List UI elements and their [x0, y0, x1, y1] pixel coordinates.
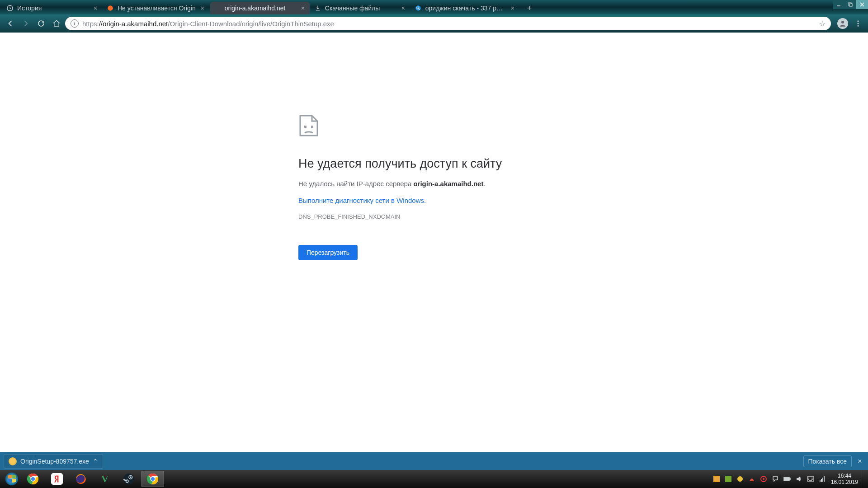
download-file-icon: [9, 457, 17, 465]
svg-point-8: [858, 23, 859, 24]
mailru-search-icon: [415, 5, 422, 12]
tab-downloads[interactable]: Скачанные файлы ×: [311, 2, 410, 14]
new-tab-button[interactable]: +: [523, 3, 536, 14]
close-icon[interactable]: ×: [509, 5, 516, 11]
minimize-button[interactable]: [833, 0, 844, 9]
windows-taskbar: V 16:44 16.01.2019: [0, 470, 868, 488]
taskbar-firefox-icon[interactable]: [70, 471, 92, 487]
tray-app-icon[interactable]: [760, 475, 768, 483]
tray-volume-icon[interactable]: [795, 475, 803, 483]
taskbar-chrome-icon[interactable]: [22, 471, 44, 487]
forward-button[interactable]: [19, 17, 33, 30]
show-all-downloads-button[interactable]: Показать все: [803, 455, 852, 467]
svg-rect-11: [311, 126, 313, 128]
start-button[interactable]: [2, 470, 22, 488]
address-bar[interactable]: i https://origin-a.akamaihd.net/Origin-C…: [65, 17, 831, 30]
system-tray: [712, 475, 827, 483]
blank-page-icon: [214, 5, 221, 12]
tab-history[interactable]: История ×: [3, 2, 102, 14]
diagnose-network-link[interactable]: Выполните диагностику сети в Windows.: [298, 197, 426, 204]
taskbar-gta-icon[interactable]: V: [94, 471, 116, 487]
back-button[interactable]: [4, 17, 17, 30]
tray-battery-icon[interactable]: [783, 475, 791, 483]
svg-rect-25: [725, 476, 731, 482]
error-title: Не удается получить доступ к сайту: [298, 155, 570, 172]
chrome-menu-icon[interactable]: [852, 17, 864, 30]
sad-page-icon: [298, 114, 570, 137]
svg-point-2: [415, 5, 421, 11]
tray-wifi-icon[interactable]: [818, 475, 826, 483]
taskbar-steam-icon[interactable]: [118, 471, 140, 487]
tab-search-origin[interactable]: ориджин скачать - 337 результ... ×: [411, 2, 519, 14]
svg-rect-36: [824, 476, 825, 482]
download-icon: [314, 5, 321, 12]
svg-rect-10: [304, 126, 307, 128]
taskbar-yandex-icon[interactable]: [46, 471, 68, 487]
chevron-up-icon[interactable]: ⌃: [93, 458, 98, 465]
close-icon[interactable]: ×: [300, 5, 306, 11]
svg-rect-35: [822, 478, 823, 482]
profile-avatar-icon[interactable]: [837, 18, 848, 29]
error-code: DNS_PROBE_FINISHED_NXDOMAIN: [298, 213, 570, 220]
tab-label: origin-a.akamaihd.net: [225, 5, 296, 12]
svg-point-9: [858, 25, 859, 27]
pinned-apps: V: [22, 471, 164, 487]
taskbar-clock[interactable]: 16:44 16.01.2019: [827, 473, 862, 486]
svg-point-26: [737, 476, 743, 482]
tab-label: История: [17, 5, 89, 12]
svg-rect-5: [849, 4, 852, 6]
svg-point-19: [130, 477, 131, 478]
svg-rect-34: [821, 479, 822, 482]
reload-page-button[interactable]: Перезагрузить: [298, 245, 358, 260]
svg-point-28: [763, 478, 764, 480]
tray-app-icon[interactable]: [748, 475, 756, 483]
tab-origin-forum[interactable]: Не устанавливается Origin ×: [103, 2, 209, 14]
svg-rect-33: [820, 480, 821, 482]
close-icon[interactable]: ×: [400, 5, 406, 11]
site-info-icon[interactable]: i: [71, 19, 79, 28]
tab-label: Скачанные файлы: [325, 5, 396, 12]
tray-keyboard-icon[interactable]: [807, 475, 815, 483]
close-window-button[interactable]: [856, 0, 868, 9]
reload-button[interactable]: [34, 17, 48, 30]
download-shelf: OriginSetup-809757.exe ⌃ Показать все ×: [0, 452, 868, 470]
show-desktop-button[interactable]: [862, 470, 866, 488]
tray-app-icon[interactable]: [736, 475, 744, 483]
close-shelf-icon[interactable]: ×: [854, 457, 866, 465]
tab-current-error[interactable]: origin-a.akamaihd.net ×: [210, 2, 310, 14]
browser-tabs-strip: История × Не устанавливается Origin × or…: [0, 0, 868, 14]
history-icon: [6, 5, 14, 12]
tray-action-center-icon[interactable]: [771, 475, 779, 483]
toolbar-right: [837, 17, 864, 30]
page-content: Не удается получить доступ к сайту Не уд…: [0, 33, 868, 452]
browser-toolbar: i https://origin-a.akamaihd.net/Origin-C…: [0, 14, 868, 33]
download-filename: OriginSetup-809757.exe: [20, 458, 89, 465]
svg-rect-30: [789, 478, 790, 480]
svg-rect-24: [713, 476, 720, 482]
close-icon[interactable]: ×: [199, 5, 206, 11]
url-text: https://origin-a.akamaihd.net/Origin-Cli…: [82, 20, 816, 28]
maximize-button[interactable]: [844, 0, 856, 9]
home-button[interactable]: [50, 17, 63, 30]
svg-point-7: [858, 20, 859, 22]
svg-point-6: [841, 21, 844, 23]
tray-nvidia-icon[interactable]: [724, 475, 732, 483]
tab-label: Не устанавливается Origin: [118, 5, 196, 12]
tray-app-icon[interactable]: [712, 475, 721, 483]
close-icon[interactable]: ×: [92, 5, 99, 11]
chrome-error-interstitial: Не удается получить доступ к сайту Не уд…: [298, 114, 570, 452]
svg-point-1: [108, 5, 113, 11]
tab-label: ориджин скачать - 337 результ...: [425, 5, 506, 12]
error-summary: Не удалось найти IP-адрес сервера origin…: [298, 180, 570, 188]
origin-icon: [107, 5, 114, 12]
svg-point-17: [123, 474, 134, 484]
taskbar-chrome-active-icon[interactable]: [142, 471, 164, 487]
svg-rect-31: [784, 478, 789, 480]
bookmark-star-icon[interactable]: ☆: [819, 19, 826, 28]
download-item[interactable]: OriginSetup-809757.exe ⌃: [4, 454, 103, 469]
window-controls: [833, 0, 868, 9]
